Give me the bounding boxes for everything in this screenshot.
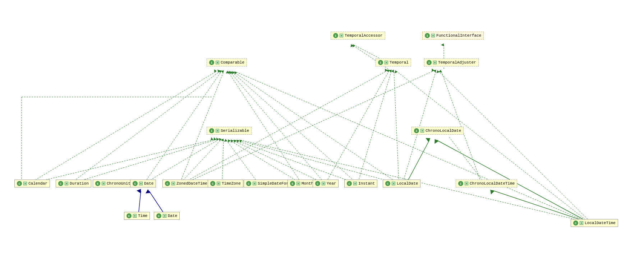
sub-icon: ▣ xyxy=(420,129,424,133)
node-year[interactable]: C ▣ Year xyxy=(313,180,339,187)
node-zoneddatetime[interactable]: C ▣ ZonedDateTime xyxy=(162,180,210,187)
node-month[interactable]: E ▣ Month xyxy=(288,180,316,187)
node-label: Serializable xyxy=(221,129,249,133)
node-label: TemporalAccessor xyxy=(345,33,383,38)
node-label: LocalDateTime xyxy=(585,221,616,225)
sub-icon: ▣ xyxy=(322,182,325,185)
class-icon: C xyxy=(347,181,352,186)
svg-line-41 xyxy=(449,137,485,184)
interface-icon: I xyxy=(425,33,430,38)
class-icon: C xyxy=(126,213,132,218)
node-label: Calendar xyxy=(28,181,47,186)
sub-icon: ▣ xyxy=(171,182,175,185)
interface-icon: I xyxy=(209,128,214,133)
svg-line-20 xyxy=(226,140,259,184)
interface-icon: I xyxy=(427,60,432,65)
svg-line-17 xyxy=(144,140,218,184)
svg-line-27 xyxy=(325,71,389,184)
node-label: ZonedDateTime xyxy=(176,181,207,186)
node-label: Comparable xyxy=(221,60,244,65)
class-icon: C xyxy=(17,181,22,186)
svg-line-30 xyxy=(396,71,589,223)
sub-icon: ▣ xyxy=(216,61,219,64)
node-localdatetime[interactable]: C ▣ LocalDateTime xyxy=(571,219,618,227)
sub-icon: ▣ xyxy=(433,61,437,64)
node-time[interactable]: C ▣ Time xyxy=(124,212,150,220)
node-label: Temporal xyxy=(390,60,409,65)
class-icon: C xyxy=(58,181,63,186)
interface-icon: I xyxy=(458,181,463,186)
node-chronolocaldate[interactable]: I ▣ ChronoLocalDate xyxy=(411,127,464,135)
node-label: ChronoUnit xyxy=(107,181,130,186)
sub-icon: ▣ xyxy=(102,182,105,185)
sub-icon: ▣ xyxy=(465,182,468,185)
svg-line-38 xyxy=(492,190,589,223)
sub-icon: ▣ xyxy=(65,182,68,185)
node-duration[interactable]: C ▣ Duration xyxy=(56,180,91,187)
node-label: ChronoLocalDate xyxy=(426,129,461,133)
node-date-sub[interactable]: C ▣ Date xyxy=(154,212,180,220)
node-label: Date xyxy=(144,181,153,186)
node-temporal[interactable]: I ▣ Temporal xyxy=(376,59,411,66)
svg-line-28 xyxy=(358,71,391,184)
sub-icon: ▣ xyxy=(385,61,388,64)
sub-icon: ▣ xyxy=(431,34,435,37)
node-calendar[interactable]: C ▣ Calendar xyxy=(14,180,50,187)
node-localdate[interactable]: C ▣ LocalDate xyxy=(383,180,420,187)
node-instant[interactable]: C ▣ Instant xyxy=(344,180,377,187)
sub-icon: ▣ xyxy=(23,182,27,185)
sub-icon: ▣ xyxy=(163,214,166,218)
node-functionalinterface[interactable]: I ▣ FunctionalInterface xyxy=(422,32,484,40)
node-chronolocaldatetime[interactable]: I ▣ ChronoLocalDateTime xyxy=(456,180,517,187)
class-icon: C xyxy=(156,213,161,218)
svg-line-18 xyxy=(180,140,221,184)
svg-line-21 xyxy=(229,140,302,184)
node-temporaladjuster[interactable]: I ▣ TemporalAdjuster xyxy=(424,59,479,66)
svg-line-24 xyxy=(238,140,399,184)
node-label: TemporalAdjuster xyxy=(438,60,476,65)
class-icon: C xyxy=(133,181,138,186)
node-chronounit[interactable]: E ▣ ChronoUnit xyxy=(93,180,133,187)
sub-icon: ▣ xyxy=(253,182,256,185)
class-icon: C xyxy=(246,181,251,186)
node-label: Duration xyxy=(70,181,89,186)
sub-icon: ▣ xyxy=(217,182,220,185)
node-label: TimeZone xyxy=(222,181,241,186)
class-icon: C xyxy=(165,181,170,186)
node-label: Date xyxy=(168,214,177,218)
enum-icon: E xyxy=(290,181,295,186)
node-comparable[interactable]: I ▣ Comparable xyxy=(207,59,247,66)
node-temporalaccessor[interactable]: I ▣ TemporalAccessor xyxy=(331,32,385,40)
node-date-main[interactable]: C ▣ Date xyxy=(130,180,156,187)
node-serializable[interactable]: I ▣ Serializable xyxy=(207,127,252,135)
sub-icon: ▣ xyxy=(580,221,583,225)
class-icon: C xyxy=(210,181,215,186)
svg-line-36 xyxy=(406,140,429,184)
sub-icon: ▣ xyxy=(133,214,137,218)
svg-line-12 xyxy=(29,72,216,184)
interface-icon: I xyxy=(333,33,338,38)
class-icon: C xyxy=(385,181,390,186)
svg-line-23 xyxy=(235,140,358,184)
sub-icon: ▣ xyxy=(353,182,357,185)
svg-line-15 xyxy=(29,140,212,184)
node-label: ChronoLocalDateTime xyxy=(470,181,515,186)
sub-icon: ▣ xyxy=(296,182,300,185)
svg-line-19 xyxy=(222,140,224,184)
sub-icon: ▣ xyxy=(392,182,395,185)
node-label: Year xyxy=(327,181,336,186)
node-label: Instant xyxy=(358,181,375,186)
svg-line-22 xyxy=(232,140,325,184)
node-timezone[interactable]: C ▣ TimeZone xyxy=(208,180,243,187)
svg-line-16 xyxy=(70,140,215,184)
svg-line-14 xyxy=(236,72,589,223)
svg-line-29 xyxy=(394,71,399,184)
interface-icon: I xyxy=(378,60,383,65)
class-icon: C xyxy=(315,181,320,186)
node-label: Month xyxy=(302,181,313,186)
svg-line-34 xyxy=(438,71,591,223)
class-icon: C xyxy=(573,220,578,226)
sub-icon: ▣ xyxy=(139,182,143,185)
svg-line-7 xyxy=(70,72,219,184)
sub-icon: ▣ xyxy=(216,129,219,133)
